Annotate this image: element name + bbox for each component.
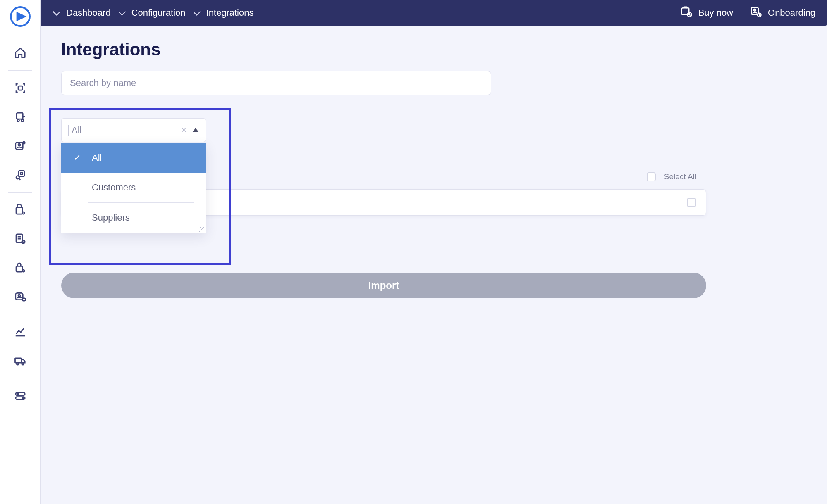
breadcrumb-item-dashboard[interactable]: Dashboard bbox=[53, 7, 111, 18]
sidebar-analytics[interactable] bbox=[8, 323, 33, 340]
breadcrumb-label: Configuration bbox=[131, 7, 186, 18]
filter-placeholder: All bbox=[72, 125, 81, 136]
check-icon: ✓ bbox=[73, 152, 82, 163]
sidebar-lock[interactable] bbox=[8, 259, 33, 276]
svg-point-31 bbox=[22, 397, 24, 399]
svg-point-14 bbox=[20, 172, 22, 174]
sidebar-billing[interactable] bbox=[8, 288, 33, 305]
page-title: Integrations bbox=[61, 40, 806, 59]
svg-point-27 bbox=[22, 363, 24, 365]
filter-option-label: All bbox=[92, 152, 102, 163]
svg-rect-20 bbox=[16, 266, 22, 272]
svg-rect-25 bbox=[15, 358, 21, 363]
filter-option-suppliers[interactable]: ✓ Suppliers bbox=[61, 203, 206, 233]
svg-point-21 bbox=[22, 270, 24, 272]
svg-rect-7 bbox=[17, 113, 23, 119]
svg-point-23 bbox=[18, 295, 20, 297]
svg-point-30 bbox=[17, 393, 19, 395]
caret-up-icon[interactable] bbox=[192, 128, 199, 132]
chevron-down-icon bbox=[118, 8, 126, 16]
svg-rect-24 bbox=[22, 298, 26, 301]
svg-rect-6 bbox=[18, 86, 22, 90]
chevron-down-icon bbox=[53, 8, 61, 16]
topbar: Dashboard Configuration Integrations Buy… bbox=[41, 0, 827, 26]
topbar-actions: Buy now Onboarding bbox=[680, 5, 821, 20]
buy-now-label: Buy now bbox=[698, 7, 733, 18]
filter-option-all[interactable]: ✓ All bbox=[61, 143, 206, 173]
sidebar bbox=[0, 0, 41, 504]
sidebar-toggle[interactable] bbox=[8, 388, 33, 404]
svg-point-8 bbox=[17, 119, 19, 121]
svg-rect-16 bbox=[16, 207, 22, 214]
sidebar-customers[interactable] bbox=[8, 138, 33, 154]
filter-type-select[interactable]: All × bbox=[61, 118, 206, 142]
filter-option-customers[interactable]: ✓ Customers bbox=[61, 173, 206, 202]
sidebar-shop[interactable] bbox=[8, 202, 33, 218]
select-all-label: Select All bbox=[664, 172, 696, 181]
onboarding-label: Onboarding bbox=[768, 7, 815, 18]
svg-point-11 bbox=[18, 144, 20, 146]
filter-option-label: Suppliers bbox=[92, 212, 130, 223]
breadcrumb-label: Integrations bbox=[206, 7, 254, 18]
breadcrumb-item-configuration[interactable]: Configuration bbox=[118, 7, 186, 18]
resize-handle-icon[interactable] bbox=[198, 226, 204, 232]
buy-now-button[interactable]: Buy now bbox=[680, 5, 733, 20]
svg-point-12 bbox=[23, 142, 25, 144]
chevron-down-icon bbox=[193, 8, 201, 16]
svg-point-9 bbox=[21, 119, 23, 121]
sidebar-orders[interactable] bbox=[8, 109, 33, 125]
cart-icon bbox=[680, 5, 693, 20]
search-input[interactable] bbox=[61, 71, 491, 95]
row-checkbox[interactable] bbox=[687, 198, 696, 207]
text-cursor bbox=[68, 125, 69, 136]
breadcrumb-item-integrations[interactable]: Integrations bbox=[193, 7, 254, 18]
svg-rect-13 bbox=[19, 171, 24, 176]
sidebar-home[interactable] bbox=[8, 45, 33, 61]
sidebar-doc-check[interactable] bbox=[8, 231, 33, 247]
svg-point-17 bbox=[22, 212, 24, 214]
sidebar-scan[interactable] bbox=[8, 80, 33, 96]
app-logo[interactable] bbox=[10, 6, 31, 27]
onboarding-button[interactable]: Onboarding bbox=[750, 5, 815, 20]
main-content: Integrations All × ✓ All ✓ Customers ✓ S… bbox=[41, 26, 827, 504]
import-button[interactable]: Import bbox=[61, 273, 706, 298]
clear-icon[interactable]: × bbox=[181, 126, 186, 135]
svg-point-26 bbox=[17, 363, 19, 365]
sidebar-shipping[interactable] bbox=[8, 352, 33, 369]
breadcrumb-label: Dashboard bbox=[66, 7, 111, 18]
filter-dropdown-panel: ✓ All ✓ Customers ✓ Suppliers bbox=[61, 143, 206, 233]
filter-option-label: Customers bbox=[92, 182, 136, 193]
svg-point-3 bbox=[754, 9, 756, 11]
sidebar-search-user[interactable] bbox=[8, 166, 33, 183]
breadcrumb: Dashboard Configuration Integrations bbox=[53, 7, 253, 18]
select-all-checkbox[interactable] bbox=[647, 172, 656, 181]
onboarding-icon bbox=[750, 5, 762, 20]
